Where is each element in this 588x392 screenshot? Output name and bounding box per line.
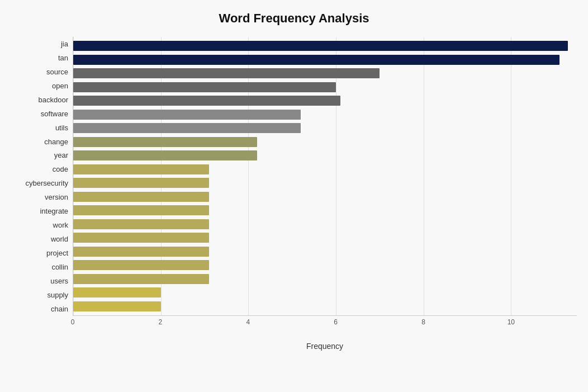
bars-section: jiatansourceopenbackdoorsoftwareutilscha… (11, 37, 577, 316)
y-label: jia (11, 37, 68, 50)
bar (73, 68, 380, 78)
y-label: work (11, 219, 68, 232)
bar (73, 247, 209, 257)
y-label: source (11, 65, 68, 78)
y-label: backdoor (11, 93, 68, 106)
bar (73, 55, 559, 65)
bar-row (73, 163, 577, 176)
x-tick: 2 (159, 318, 163, 326)
bar (73, 233, 209, 243)
bar (73, 41, 568, 51)
bar-row (73, 273, 577, 285)
x-tick: 10 (508, 318, 515, 326)
bar-row (73, 136, 577, 148)
bar (73, 260, 209, 270)
bar (73, 164, 209, 174)
bar (73, 301, 161, 311)
bar-row (73, 81, 577, 93)
y-label: cybersecurity (11, 177, 68, 190)
y-label: change (11, 135, 68, 148)
y-label: supply (11, 288, 68, 301)
bar-row (73, 191, 577, 203)
bar-row (73, 259, 577, 271)
bar (73, 82, 336, 92)
bar (73, 274, 209, 284)
bar-row (73, 232, 577, 244)
x-tick: 0 (71, 318, 75, 326)
y-labels: jiatansourceopenbackdoorsoftwareutilscha… (11, 37, 73, 316)
y-label: software (11, 107, 68, 120)
bar-row (73, 108, 577, 121)
bar-row (73, 40, 577, 52)
bar (73, 192, 209, 202)
bar-row (73, 177, 577, 189)
bar-row (73, 286, 577, 299)
bar (73, 96, 340, 106)
bar (73, 150, 257, 160)
chart-container: Word Frequency Analysis jiatansourceopen… (0, 0, 588, 392)
y-label: integrate (11, 205, 68, 218)
bar-row (73, 204, 577, 216)
bar (73, 287, 161, 297)
x-tick: 4 (246, 318, 250, 326)
y-label: version (11, 191, 68, 204)
bar (73, 123, 301, 133)
bar-row (73, 122, 577, 134)
bar (73, 219, 209, 229)
chart-title: Word Frequency Analysis (11, 11, 577, 26)
y-label: world (11, 233, 68, 246)
bar-row (73, 67, 577, 79)
y-label: collin (11, 260, 68, 273)
bar-row (73, 95, 577, 107)
bar-row (73, 300, 577, 313)
chart-area: jiatansourceopenbackdoorsoftwareutilscha… (11, 37, 577, 351)
y-label: utils (11, 121, 68, 134)
y-label: year (11, 149, 68, 162)
y-label: users (11, 274, 68, 287)
y-label: chain (11, 302, 68, 315)
bar (73, 110, 301, 120)
bar (73, 137, 257, 147)
y-label: tan (11, 51, 68, 64)
bar-row (73, 54, 577, 66)
bar-row (73, 218, 577, 230)
x-tick: 6 (334, 318, 338, 326)
bar-row (73, 245, 577, 258)
bar (73, 205, 209, 215)
x-tick: 8 (421, 318, 425, 326)
x-axis: 0246810 (73, 318, 577, 329)
bars-rows (73, 37, 577, 315)
y-label: code (11, 163, 68, 176)
bar-row (73, 149, 577, 162)
x-axis-label: Frequency (73, 342, 577, 351)
bar (73, 178, 209, 188)
y-label: project (11, 247, 68, 260)
bars-and-grid (73, 37, 577, 316)
y-label: open (11, 79, 68, 92)
